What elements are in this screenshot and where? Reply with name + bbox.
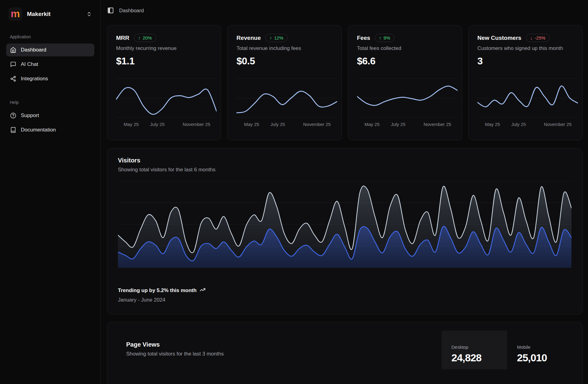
sidebar-item-label: Integrations bbox=[21, 76, 48, 82]
visitors-card: Visitors Showing total visitors for the … bbox=[107, 148, 582, 314]
sparkline-chart bbox=[477, 78, 578, 118]
sidebar-item-label: Documentation bbox=[21, 127, 56, 133]
axis-tick: November 25 bbox=[424, 122, 451, 127]
toggle-mobile[interactable]: Mobile 25,010 bbox=[507, 331, 577, 369]
axis-tick: May 25 bbox=[124, 122, 139, 127]
stat-value: $1.1 bbox=[116, 55, 212, 67]
main-content: Dashboard MRR ↑20% Monthly recurring rev… bbox=[101, 0, 588, 384]
sparkline-chart bbox=[236, 78, 337, 118]
axis-tick: May 25 bbox=[244, 122, 259, 127]
share-icon bbox=[10, 76, 16, 82]
axis-tick: May 25 bbox=[364, 122, 379, 127]
trend-badge: ↑9% bbox=[375, 34, 394, 42]
visitors-footer: Trending up by 5.2% this month January -… bbox=[118, 287, 571, 303]
trending-up-icon bbox=[200, 287, 205, 294]
axis-tick: July 25 bbox=[270, 122, 285, 127]
stat-subtitle: Customers who signed up this month bbox=[477, 45, 573, 51]
section-label-help: Help bbox=[10, 100, 91, 105]
sidebar-item-documentation[interactable]: Documentation bbox=[6, 124, 94, 136]
chevrons-up-down-icon[interactable] bbox=[86, 11, 92, 17]
logo-letter: m bbox=[11, 8, 20, 19]
axis-tick: November 25 bbox=[544, 122, 571, 127]
arrow-up-icon: ↑ bbox=[138, 35, 141, 40]
breadcrumb: Dashboard bbox=[119, 8, 144, 13]
axis-tick: May 25 bbox=[485, 122, 500, 127]
sidebar-item-support[interactable]: Support bbox=[6, 109, 94, 122]
sparkline-axis: May 25 July 25 November 25 bbox=[357, 122, 458, 128]
sidebar-toggle-button[interactable] bbox=[107, 7, 114, 14]
sparkline-axis: May 25 July 25 November 25 bbox=[236, 122, 337, 128]
sidebar: m Makerkit Application Dashboard AI Chat… bbox=[0, 0, 101, 384]
arrow-up-icon: ↑ bbox=[379, 35, 382, 40]
trend-badge: ↓-25% bbox=[526, 34, 550, 42]
stat-title: Fees bbox=[357, 35, 370, 41]
workspace-selector[interactable]: m Makerkit bbox=[6, 7, 94, 21]
stat-title: Revenue bbox=[236, 35, 261, 41]
stat-card-revenue: Revenue ↑12% Total revenue including fee… bbox=[227, 25, 341, 140]
makerkit-logo: m bbox=[9, 7, 22, 21]
sparkline-chart bbox=[116, 78, 217, 118]
stat-title: MRR bbox=[116, 35, 129, 41]
help-circle-icon bbox=[10, 112, 16, 119]
sidebar-item-label: Support bbox=[21, 112, 39, 119]
arrow-up-icon: ↑ bbox=[270, 35, 272, 40]
stat-subtitle: Total revenue including fees bbox=[236, 45, 332, 51]
trend-badge: ↑20% bbox=[134, 34, 156, 42]
stat-card-new-customers: New Customers ↓-25% Customers who signed… bbox=[468, 25, 582, 140]
page-views-card: Page Views Showing total visitors for th… bbox=[107, 322, 582, 384]
sidebar-item-label: Dashboard bbox=[21, 47, 46, 53]
sparkline-axis: May 25 July 25 November 25 bbox=[477, 122, 578, 128]
brand-name: Makerkit bbox=[27, 11, 81, 17]
stat-card-fees: Fees ↑9% Total fees collected $6.6 May 2… bbox=[348, 25, 462, 140]
stat-subtitle: Total fees collected bbox=[357, 45, 453, 51]
visitors-date-range: January - June 2024 bbox=[118, 297, 571, 303]
visitors-title: Visitors bbox=[118, 157, 571, 164]
stat-value: $0.5 bbox=[236, 55, 332, 67]
sidebar-item-dashboard[interactable]: Dashboard bbox=[6, 44, 94, 56]
toggle-desktop[interactable]: Desktop 24,828 bbox=[442, 331, 507, 369]
stat-title: New Customers bbox=[477, 35, 522, 41]
stat-subtitle: Monthly recurring revenue bbox=[116, 45, 212, 51]
sidebar-item-label: AI Chat bbox=[21, 61, 38, 67]
toggle-label: Mobile bbox=[517, 344, 577, 350]
page-views-toggles: Desktop 24,828 Mobile 25,010 bbox=[442, 331, 577, 369]
stat-value: 3 bbox=[477, 55, 573, 67]
sidebar-item-ai-chat[interactable]: AI Chat bbox=[6, 58, 94, 71]
axis-tick: July 25 bbox=[150, 122, 165, 127]
axis-tick: July 25 bbox=[511, 122, 526, 127]
toggle-value: 25,010 bbox=[517, 352, 577, 364]
sidebar-item-integrations[interactable]: Integrations bbox=[6, 72, 94, 85]
axis-tick: November 25 bbox=[303, 122, 331, 127]
topbar: Dashboard bbox=[101, 0, 588, 21]
sparkline-chart bbox=[357, 78, 458, 118]
trending-text: Trending up by 5.2% this month bbox=[118, 287, 197, 294]
toggle-value: 24,828 bbox=[451, 352, 507, 364]
stat-value: $6.6 bbox=[357, 55, 453, 67]
home-icon bbox=[10, 47, 16, 53]
stat-card-mrr: MRR ↑20% Monthly recurring revenue $1.1 … bbox=[107, 25, 221, 140]
message-square-icon bbox=[10, 61, 16, 67]
trend-badge: ↑12% bbox=[265, 34, 288, 42]
book-icon bbox=[10, 127, 16, 133]
visitors-subtitle: Showing total visitors for the last 6 mo… bbox=[118, 167, 571, 173]
section-label-application: Application bbox=[10, 34, 91, 39]
axis-tick: November 25 bbox=[183, 122, 210, 127]
axis-tick: July 25 bbox=[391, 122, 405, 127]
stat-cards-row: MRR ↑20% Monthly recurring revenue $1.1 … bbox=[107, 25, 582, 140]
arrow-down-icon: ↓ bbox=[530, 35, 533, 40]
visitors-area-chart bbox=[118, 181, 571, 268]
sparkline-axis: May 25 July 25 November 25 bbox=[116, 122, 217, 128]
toggle-label: Desktop bbox=[451, 344, 507, 350]
